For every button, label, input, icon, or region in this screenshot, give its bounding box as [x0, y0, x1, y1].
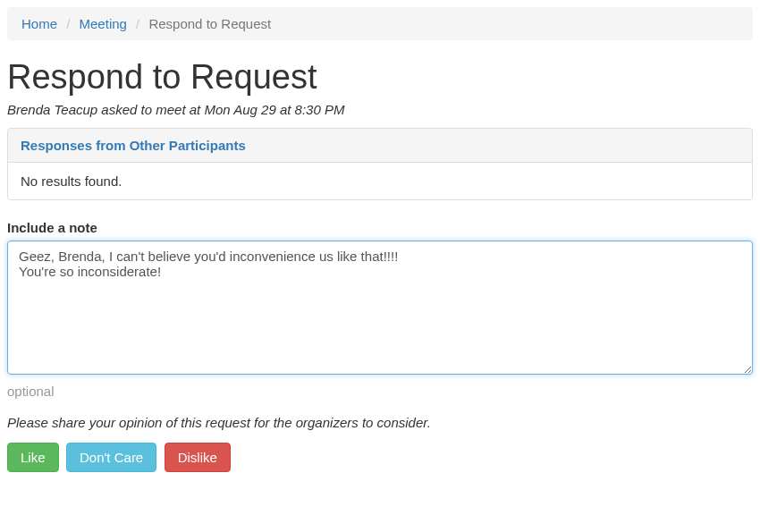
instruction-text: Please share your opinion of this reques… — [7, 415, 753, 430]
note-label: Include a note — [7, 220, 753, 235]
breadcrumb-separator: / — [131, 16, 145, 31]
dislike-button[interactable]: Dislike — [165, 443, 231, 472]
responses-panel-heading: Responses from Other Participants — [8, 129, 752, 163]
dont-care-button[interactable]: Don't Care — [66, 443, 156, 472]
page-subtitle: Brenda Teacup asked to meet at Mon Aug 2… — [7, 102, 753, 117]
breadcrumb: Home / Meeting / Respond to Request — [7, 7, 753, 40]
button-row: Like Don't Care Dislike — [7, 443, 753, 472]
breadcrumb-separator: / — [61, 16, 75, 31]
note-textarea[interactable] — [7, 241, 753, 375]
responses-panel-body: No results found. — [8, 163, 752, 199]
breadcrumb-current: Respond to Request — [148, 16, 271, 31]
like-button[interactable]: Like — [7, 443, 59, 472]
breadcrumb-home[interactable]: Home — [21, 16, 57, 31]
note-help: optional — [7, 384, 753, 399]
responses-panel: Responses from Other Participants No res… — [7, 128, 753, 200]
breadcrumb-meeting[interactable]: Meeting — [80, 16, 127, 31]
page-title: Respond to Request — [7, 58, 753, 97]
